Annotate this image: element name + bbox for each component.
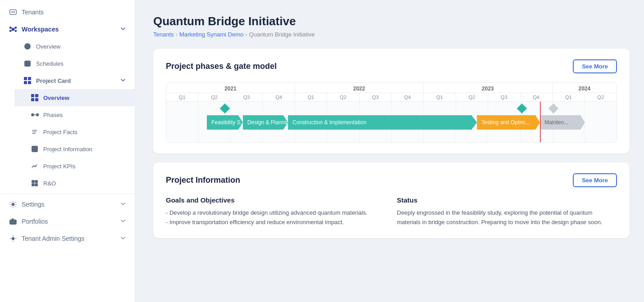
svg-point-5 — [15, 27, 17, 29]
q1-2021: Q1 — [166, 93, 198, 101]
q1-2022: Q1 — [295, 93, 327, 101]
ro-icon — [31, 179, 39, 187]
sidebar-item-ro[interactable]: R&O — [14, 175, 135, 192]
svg-point-12 — [26, 45, 28, 47]
year-2022: 2022 — [295, 83, 424, 93]
phase-design[interactable]: Design & Planning — [243, 115, 288, 130]
project-kpis-label: Project KPIs — [43, 163, 76, 170]
gantt-years-row: 2021 2022 2023 2024 — [166, 83, 617, 93]
q4-2023: Q4 — [521, 93, 553, 101]
sidebar-item-settings[interactable]: Settings — [0, 196, 135, 213]
svg-rect-29 — [35, 180, 37, 183]
phase-construction[interactable]: Construction & Implementation — [288, 115, 477, 130]
schedules-label: Schedules — [36, 60, 64, 67]
gantt-inner: 2021 2022 2023 2024 Q1 Q2 Q3 Q4 Q1 Q2 Q3… — [166, 83, 617, 142]
q2-2023: Q2 — [456, 93, 488, 101]
svg-point-27 — [34, 148, 35, 148]
info-grid: Goals and Objectives - Develop a revolut… — [166, 196, 617, 227]
info-card-header: Project Information See More — [166, 173, 617, 187]
workspace-icon — [9, 25, 17, 33]
sidebar-item-phases[interactable]: Phases — [14, 106, 135, 123]
info-status-title: Status — [397, 196, 617, 204]
settings-chevron-icon — [120, 201, 126, 208]
info-goals-section: Goals and Objectives - Develop a revolut… — [166, 196, 386, 227]
svg-rect-20 — [37, 113, 39, 116]
year-2023: 2023 — [424, 83, 553, 93]
phase-testing[interactable]: Testing and Optim... — [477, 115, 540, 130]
phase-testing-label: Testing and Optim... — [481, 119, 530, 126]
svg-rect-1 — [11, 11, 13, 13]
svg-point-7 — [15, 30, 17, 32]
svg-rect-19 — [32, 113, 34, 116]
svg-point-6 — [9, 30, 11, 32]
sidebar-item-workspaces[interactable]: Workspaces — [0, 21, 135, 38]
page-title: Quantum Bridge Initiative — [153, 14, 630, 28]
breadcrumb: Tenants › Marketing Synami Demo › Quantu… — [153, 31, 630, 38]
q1-2024: Q1 — [553, 93, 585, 101]
schedule-icon — [23, 59, 32, 68]
info-see-more-button[interactable]: See More — [573, 173, 617, 187]
phase-feasibility-label: Feasibility S... — [211, 119, 243, 126]
year-2021: 2021 — [166, 83, 295, 93]
info-goals-title: Goals and Objectives — [166, 196, 386, 204]
sidebar-item-tenant-admin[interactable]: Tenant Admin Settings — [0, 230, 135, 247]
phases-icon — [31, 111, 39, 119]
phases-see-more-button[interactable]: See More — [573, 59, 617, 73]
phase-design-label: Design & Planning — [247, 119, 288, 126]
gantt-body: Feasibility S... Design & Planning Const… — [166, 102, 617, 142]
info-status-text: Deeply engrossed in the feasibility stud… — [397, 208, 617, 227]
gantt-phases: Feasibility S... Design & Planning Const… — [166, 115, 617, 130]
info-icon — [31, 145, 39, 153]
sidebar-item-project-facts[interactable]: Project Facts — [14, 123, 135, 140]
sidebar-item-schedules[interactable]: Schedules — [7, 55, 135, 72]
breadcrumb-sep-1: › — [176, 31, 178, 38]
info-goals-text: - Develop a revolutionary bridge design … — [166, 208, 386, 227]
info-card: Project Information See More Goals and O… — [153, 162, 630, 238]
tenant-admin-label: Tenant Admin Settings — [22, 235, 84, 242]
q3-2023: Q3 — [488, 93, 520, 101]
portfolios-label: Portfolios — [22, 218, 48, 225]
svg-rect-33 — [10, 220, 16, 224]
phase-feasibility[interactable]: Feasibility S... — [207, 115, 243, 130]
workspaces-chevron-icon — [120, 26, 126, 33]
phases-label: Phases — [43, 112, 63, 118]
sidebar-item-project-card[interactable]: Project Card — [7, 72, 135, 89]
breadcrumb-marketing[interactable]: Marketing Synami Demo — [179, 31, 243, 38]
breadcrumb-current: Quantum Bridge Initiative — [249, 31, 315, 38]
sidebar-item-portfolios[interactable]: Portfolios — [0, 213, 135, 230]
admin-icon — [9, 234, 17, 243]
phase-maintenance[interactable]: Mainten... — [540, 115, 585, 130]
sidebar-item-project-card-overview[interactable]: Overview — [14, 89, 135, 106]
svg-point-32 — [12, 203, 14, 205]
info-status-section: Status Deeply engrossed in the feasibili… — [397, 196, 617, 227]
tenant-icon — [9, 8, 17, 16]
sidebar-item-tenants[interactable]: Tenants — [0, 4, 135, 21]
main-content: Quantum Bridge Initiative Tenants › Mark… — [135, 0, 644, 302]
phase-maintenance-label: Mainten... — [544, 119, 568, 126]
ro-label: R&O — [43, 180, 56, 187]
q2-2021: Q2 — [198, 93, 230, 101]
overview-icon — [23, 42, 32, 50]
q3-2022: Q3 — [360, 93, 392, 101]
svg-rect-2 — [14, 11, 15, 13]
sidebar-item-project-kpis[interactable]: Project KPIs — [14, 158, 135, 175]
sidebar: Tenants Workspaces Overview Schedules — [0, 0, 135, 302]
q4-2022: Q4 — [392, 93, 424, 101]
breadcrumb-tenants[interactable]: Tenants — [153, 31, 174, 38]
settings-label: Settings — [22, 201, 45, 208]
svg-rect-30 — [32, 184, 34, 186]
svg-rect-0 — [10, 10, 16, 15]
sidebar-item-overview[interactable]: Overview — [7, 38, 135, 55]
info-card-title: Project Information — [166, 176, 240, 185]
phases-card-header: Project phases & gate model See More — [166, 59, 617, 73]
portfolios-icon — [9, 217, 17, 225]
gantt-quarters-row: Q1 Q2 Q3 Q4 Q1 Q2 Q3 Q4 Q1 Q2 Q3 Q4 Q1 Q… — [166, 93, 617, 102]
sidebar-item-tenants-label: Tenants — [22, 9, 44, 16]
svg-rect-31 — [35, 184, 37, 186]
project-facts-label: Project Facts — [43, 129, 78, 135]
today-line — [540, 102, 541, 142]
svg-point-34 — [12, 237, 14, 239]
project-card-overview-label: Overview — [43, 95, 69, 101]
settings-icon — [9, 200, 17, 208]
sidebar-item-project-information[interactable]: Project Information — [14, 140, 135, 158]
